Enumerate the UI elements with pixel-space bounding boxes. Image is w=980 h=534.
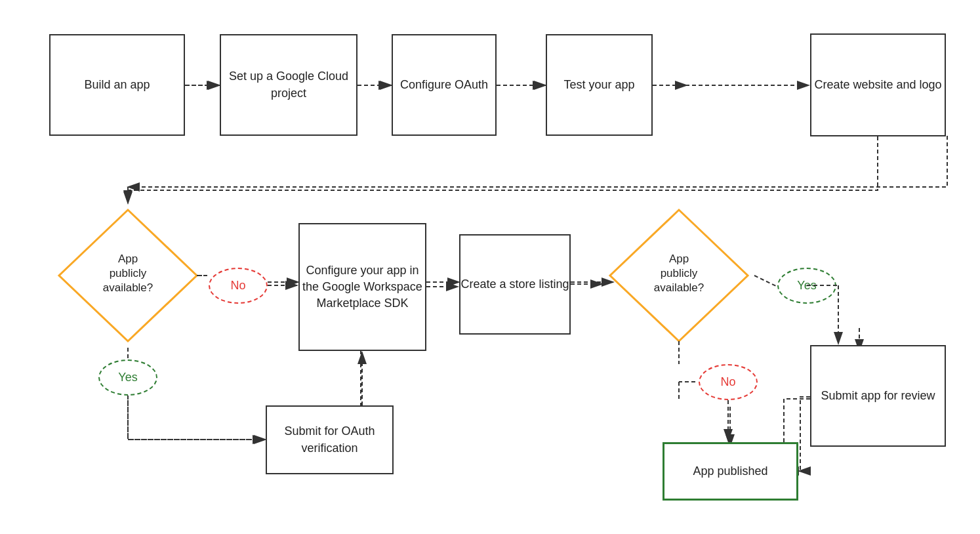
setup-google-box: Set up a Google Cloud project: [220, 34, 357, 136]
create-website-box: Create website and logo: [810, 33, 946, 136]
diamond-right-svg: App publicly available?: [603, 203, 754, 348]
submit-oauth-label: Submit for OAuth verification: [267, 423, 392, 456]
test-app-box: Test your app: [546, 34, 653, 136]
create-website-label: Create website and logo: [814, 77, 941, 93]
svg-line-31: [754, 276, 776, 286]
configure-oauth-label: Configure OAuth: [400, 77, 488, 93]
create-store-label: Create a store listing: [460, 276, 569, 293]
svg-text:publicly: publicly: [110, 267, 147, 279]
build-app-label: Build an app: [84, 77, 150, 93]
create-store-box: Create a store listing: [459, 234, 571, 335]
submit-review-label: Submit app for review: [821, 388, 935, 404]
no-oval-right: No: [699, 364, 758, 400]
configure-workspace-box: Configure your app in the Google Workspa…: [298, 223, 426, 351]
svg-text:publicly: publicly: [661, 267, 698, 279]
flowchart-diagram: Build an app Set up a Google Cloud proje…: [0, 0, 980, 534]
svg-text:available?: available?: [654, 281, 704, 294]
diamond-left-svg: App publicly available?: [52, 203, 203, 348]
svg-text:App: App: [669, 253, 689, 265]
test-app-label: Test your app: [563, 77, 634, 93]
svg-text:available?: available?: [103, 281, 153, 294]
no-oval-left: No: [209, 268, 268, 304]
yes-oval-right: Yes: [777, 268, 836, 304]
submit-oauth-box: Submit for OAuth verification: [266, 405, 394, 474]
submit-review-box: Submit app for review: [810, 345, 946, 447]
svg-text:App: App: [118, 253, 138, 265]
app-published-box: App published: [663, 442, 798, 501]
configure-oauth-box: Configure OAuth: [392, 34, 497, 136]
configure-workspace-label: Configure your app in the Google Workspa…: [300, 262, 425, 312]
setup-google-label: Set up a Google Cloud project: [221, 68, 356, 101]
app-published-label: App published: [693, 463, 767, 480]
build-app-box: Build an app: [49, 34, 185, 136]
yes-oval-left: Yes: [98, 359, 157, 396]
